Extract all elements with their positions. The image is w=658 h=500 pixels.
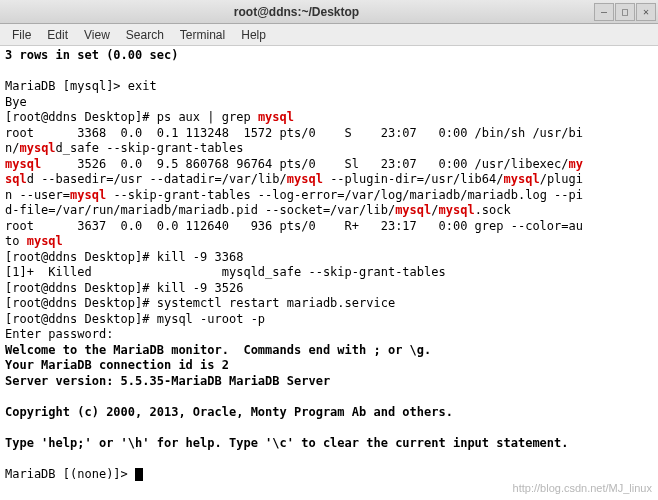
- window-title: root@ddns:~/Desktop: [0, 5, 593, 19]
- prompt-line: [root@ddns Desktop]# ps aux | grep: [5, 110, 258, 124]
- output-line: [1]+ Killed mysqld_safe --skip-grant-tab…: [5, 265, 446, 279]
- highlight-mysql: mysql: [70, 188, 106, 202]
- prompt-line: [root@ddns Desktop]# kill -9 3368: [5, 250, 243, 264]
- prompt-line: MariaDB [(none)]>: [5, 467, 135, 481]
- highlight-mysql: mysql: [287, 172, 323, 186]
- output-line: root 3637 0.0 0.0 112640 936 pts/0 R+ 23…: [5, 219, 583, 233]
- menu-file[interactable]: File: [4, 26, 39, 44]
- highlight-mysql: mysql: [19, 141, 55, 155]
- menu-help[interactable]: Help: [233, 26, 274, 44]
- watermark: http://blog.csdn.net/MJ_linux: [513, 482, 652, 494]
- output-line: d-file=/var/run/mariadb/mariadb.pid --so…: [5, 203, 395, 217]
- maximize-button[interactable]: □: [615, 3, 635, 21]
- output-line: n --user=: [5, 188, 70, 202]
- output-line: /plugi: [540, 172, 583, 186]
- output-line: --skip-grant-tables --log-error=/var/log…: [106, 188, 583, 202]
- prompt-line: [root@ddns Desktop]# systemctl restart m…: [5, 296, 395, 310]
- output-line: .sock: [475, 203, 511, 217]
- output-line: Copyright (c) 2000, 2013, Oracle, Monty …: [5, 405, 453, 419]
- highlight-mysql: mysql: [5, 157, 41, 171]
- output-line: MariaDB [mysql]> exit: [5, 79, 157, 93]
- highlight-mysql: mysql: [504, 172, 540, 186]
- output-line: /: [431, 203, 438, 217]
- menu-view[interactable]: View: [76, 26, 118, 44]
- output-line: d_safe --skip-grant-tables: [56, 141, 244, 155]
- output-line: --plugin-dir=/usr/lib64/: [323, 172, 504, 186]
- highlight-mysql: mysql: [258, 110, 294, 124]
- highlight-mysql: my: [569, 157, 583, 171]
- minimize-button[interactable]: —: [594, 3, 614, 21]
- close-button[interactable]: ✕: [636, 3, 656, 21]
- output-line: to: [5, 234, 27, 248]
- menu-bar: File Edit View Search Terminal Help: [0, 24, 658, 46]
- output-line: n/: [5, 141, 19, 155]
- menu-edit[interactable]: Edit: [39, 26, 76, 44]
- highlight-mysql: mysql: [439, 203, 475, 217]
- output-line: Enter password:: [5, 327, 121, 341]
- output-line: Welcome to the MariaDB monitor. Commands…: [5, 343, 431, 357]
- prompt-line: [root@ddns Desktop]# mysql -uroot -p: [5, 312, 265, 326]
- output-line: d --basedir=/usr --datadir=/var/lib/: [27, 172, 287, 186]
- output-line: Bye: [5, 95, 27, 109]
- menu-terminal[interactable]: Terminal: [172, 26, 233, 44]
- output-line: 3 rows in set (0.00 sec): [5, 48, 178, 62]
- cursor: [135, 468, 143, 481]
- highlight-mysql: sql: [5, 172, 27, 186]
- window-controls: — □ ✕: [593, 3, 658, 21]
- output-line: root 3368 0.0 0.1 113248 1572 pts/0 S 23…: [5, 126, 583, 140]
- terminal-area[interactable]: 3 rows in set (0.00 sec) MariaDB [mysql]…: [0, 46, 658, 500]
- highlight-mysql: mysql: [395, 203, 431, 217]
- output-line: Type 'help;' or '\h' for help. Type '\c'…: [5, 436, 569, 450]
- prompt-line: [root@ddns Desktop]# kill -9 3526: [5, 281, 243, 295]
- output-line: 3526 0.0 9.5 860768 96764 pts/0 Sl 23:07…: [41, 157, 568, 171]
- window-titlebar: root@ddns:~/Desktop — □ ✕: [0, 0, 658, 24]
- output-line: Your MariaDB connection id is 2: [5, 358, 229, 372]
- highlight-mysql: mysql: [27, 234, 63, 248]
- output-line: Server version: 5.5.35-MariaDB MariaDB S…: [5, 374, 330, 388]
- menu-search[interactable]: Search: [118, 26, 172, 44]
